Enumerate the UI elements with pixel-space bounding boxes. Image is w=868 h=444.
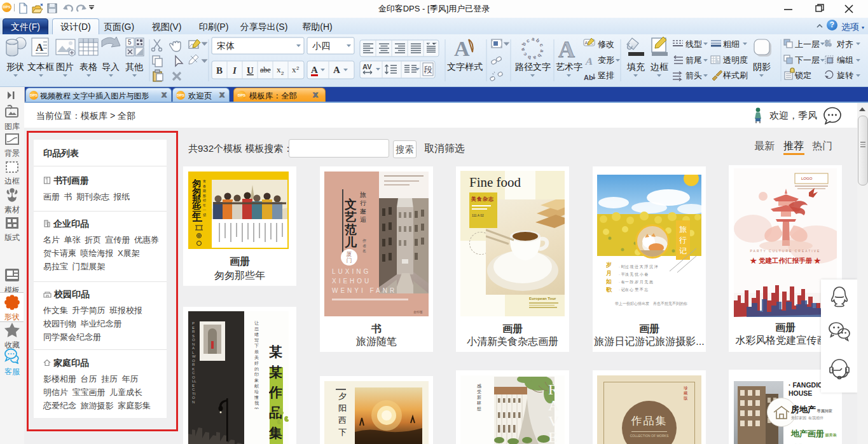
svg-text:c: c	[522, 51, 528, 57]
svg-text:LOGO: LOGO	[801, 177, 813, 180]
svg-text:竖排: 竖排	[598, 71, 614, 80]
svg-text:阴影: 阴影	[753, 62, 771, 72]
svg-text:透明度: 透明度	[723, 55, 748, 65]
svg-text:a: a	[539, 49, 545, 53]
svg-text:b: b	[521, 42, 527, 47]
svg-text:路径文字: 路径文字	[515, 62, 551, 72]
svg-text:编组: 编组	[837, 55, 853, 65]
svg-text:锁定: 锁定	[794, 71, 811, 80]
svg-text:abe: abe	[260, 65, 271, 74]
svg-text:AV: AV	[362, 63, 372, 71]
svg-text:文字样式: 文字样式	[447, 62, 483, 72]
svg-text:A: A	[311, 65, 318, 75]
svg-text:段: 段	[424, 65, 432, 74]
svg-text:U: U	[247, 65, 254, 76]
svg-text:B: B	[216, 65, 223, 76]
svg-text:b: b	[527, 54, 531, 60]
svg-text:2: 2	[281, 71, 284, 76]
svg-text:上一层: 上一层	[795, 39, 820, 49]
svg-text:对齐: 对齐	[836, 39, 853, 49]
svg-text:小四: 小四	[312, 41, 330, 51]
svg-text:5: 5	[128, 39, 132, 46]
svg-text:其他: 其他	[125, 62, 144, 72]
svg-text:粗细: 粗细	[723, 39, 740, 49]
svg-text:c: c	[539, 43, 545, 48]
svg-text:导入: 导入	[102, 62, 120, 72]
svg-text:I: I	[232, 65, 237, 76]
svg-text:图片: 图片	[56, 62, 74, 72]
svg-text:A: A	[584, 56, 594, 67]
svg-text:A: A	[36, 41, 44, 53]
svg-text:2: 2	[296, 65, 300, 71]
svg-text:文本框: 文本框	[27, 62, 54, 72]
svg-text:★ 党建工作汇报手册 ★: ★ 党建工作汇报手册 ★	[750, 257, 821, 264]
svg-text:艺术字: 艺术字	[556, 62, 582, 72]
svg-text:箭尾: 箭尾	[685, 55, 702, 65]
svg-text:形状: 形状	[6, 62, 24, 72]
svg-text:b: b	[535, 37, 541, 44]
svg-text:下一层: 下一层	[795, 55, 820, 65]
svg-text:变形: 变形	[598, 55, 614, 65]
svg-text:宋体: 宋体	[217, 41, 235, 51]
svg-text:样式刷: 样式刷	[722, 71, 748, 80]
svg-text:a: a	[520, 47, 526, 52]
svg-text:PARTY CULTURE CREATIVE: PARTY CULTURE CREATIVE	[750, 249, 821, 253]
svg-text:箭头: 箭头	[685, 71, 702, 80]
svg-text:线型: 线型	[685, 39, 702, 49]
svg-text:c: c	[526, 37, 531, 44]
svg-text:x: x	[277, 65, 281, 74]
svg-text:A: A	[558, 37, 575, 62]
svg-text:修改: 修改	[598, 39, 614, 49]
svg-text:a: a	[532, 55, 537, 61]
svg-text:旋转: 旋转	[837, 71, 853, 80]
svg-text:x: x	[292, 65, 296, 74]
svg-text:A: A	[333, 65, 340, 75]
svg-text:Ab: Ab	[584, 74, 593, 81]
svg-text:b: b	[536, 53, 542, 59]
svg-text:填充: 填充	[626, 62, 645, 72]
svg-text:表格: 表格	[79, 62, 97, 72]
svg-text:A: A	[454, 37, 470, 60]
svg-text:边框: 边框	[651, 62, 668, 72]
